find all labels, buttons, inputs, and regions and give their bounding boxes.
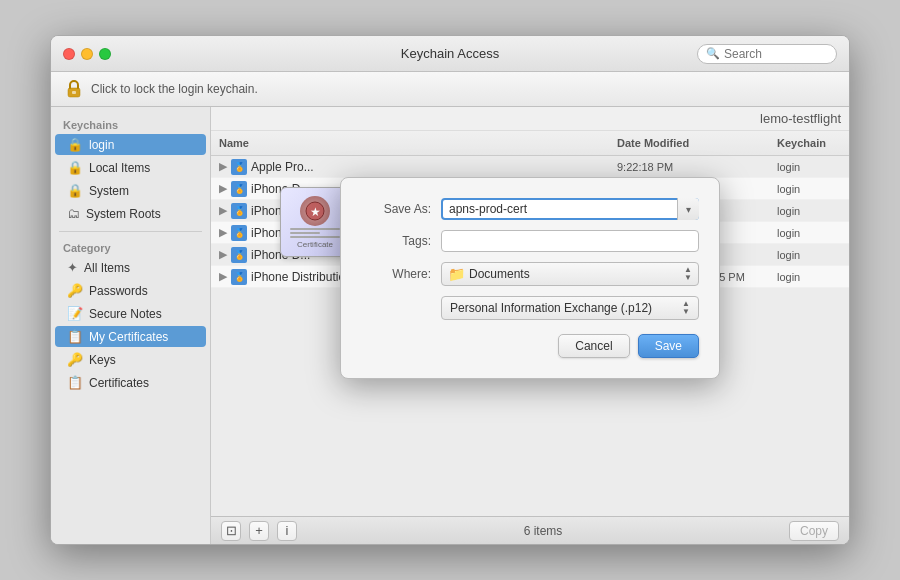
- sidebar-item-passwords[interactable]: 🔑 Passwords: [55, 280, 206, 301]
- format-down-arrow: ▼: [682, 308, 690, 316]
- window-title: Keychain Access: [401, 46, 499, 61]
- secure-notes-icon: 📝: [67, 306, 83, 321]
- cert-seal: ★: [300, 196, 330, 226]
- sidebar-system-roots-label: System Roots: [86, 207, 161, 221]
- where-row: Where: 📁 Documents ▲ ▼: [361, 262, 699, 286]
- save-as-dropdown-arrow[interactable]: ▾: [677, 198, 699, 220]
- file-format-stepper[interactable]: ▲ ▼: [682, 300, 690, 316]
- category-section-label: Category: [51, 238, 210, 256]
- sidebar-item-system[interactable]: 🔒 System: [55, 180, 206, 201]
- sidebar-keys-label: Keys: [89, 353, 116, 367]
- sidebar-item-certificates[interactable]: 📋 Certificates: [55, 372, 206, 393]
- close-button[interactable]: [63, 48, 75, 60]
- save-as-input[interactable]: [441, 198, 699, 220]
- tags-row: Tags:: [361, 230, 699, 252]
- sidebar-item-secure-notes[interactable]: 📝 Secure Notes: [55, 303, 206, 324]
- file-format-label: Personal Information Exchange (.p12): [450, 301, 682, 315]
- titlebar: Keychain Access 🔍: [51, 36, 849, 72]
- sidebar-system-label: System: [89, 184, 129, 198]
- system-roots-icon: 🗂: [67, 206, 80, 221]
- system-icon: 🔒: [67, 183, 83, 198]
- login-icon: 🔒: [67, 137, 83, 152]
- where-value: Documents: [469, 267, 684, 281]
- certificates-icon: 📋: [67, 375, 83, 390]
- dialog-buttons: Cancel Save: [361, 334, 699, 358]
- minimize-button[interactable]: [81, 48, 93, 60]
- cert-label: Certificate: [297, 240, 333, 249]
- sidebar-item-my-certificates[interactable]: 📋 My Certificates: [55, 326, 206, 347]
- sidebar-passwords-label: Passwords: [89, 284, 148, 298]
- search-input[interactable]: [724, 47, 828, 61]
- svg-text:★: ★: [310, 205, 321, 219]
- sidebar-item-login[interactable]: 🔒 login: [55, 134, 206, 155]
- save-as-row: Save As: ▾: [361, 198, 699, 220]
- sidebar-certificates-label: Certificates: [89, 376, 149, 390]
- lock-icon: [63, 78, 85, 100]
- sidebar-item-keys[interactable]: 🔑 Keys: [55, 349, 206, 370]
- my-certificates-icon: 📋: [67, 329, 83, 344]
- keychains-section-label: Keychains: [51, 115, 210, 133]
- local-items-icon: 🔒: [67, 160, 83, 175]
- sidebar-divider: [59, 231, 202, 232]
- sidebar-login-label: login: [89, 138, 114, 152]
- passwords-icon: 🔑: [67, 283, 83, 298]
- cert-lines: [290, 228, 340, 238]
- where-label: Where:: [361, 267, 441, 281]
- cert-line: [290, 232, 320, 234]
- file-format-select[interactable]: Personal Information Exchange (.p12) ▲ ▼: [441, 296, 699, 320]
- sidebar-local-items-label: Local Items: [89, 161, 150, 175]
- all-items-icon: ✦: [67, 260, 78, 275]
- where-down-arrow: ▼: [684, 274, 692, 282]
- search-icon: 🔍: [706, 47, 720, 60]
- dialog-overlay: ★ Certificate Save As:: [211, 107, 849, 544]
- tags-label: Tags:: [361, 234, 441, 248]
- where-select[interactable]: 📁 Documents ▲ ▼: [441, 262, 699, 286]
- search-box[interactable]: 🔍: [697, 44, 837, 64]
- lock-label: Click to lock the login keychain.: [91, 82, 258, 96]
- keys-icon: 🔑: [67, 352, 83, 367]
- main-area: lemo-testflight Name Date Modified Keych…: [211, 107, 849, 544]
- cert-line: [290, 236, 340, 238]
- toolbar: Click to lock the login keychain.: [51, 72, 849, 107]
- save-dialog: Save As: ▾ Tags:: [340, 177, 720, 379]
- sidebar-item-system-roots[interactable]: 🗂 System Roots: [55, 203, 206, 224]
- sidebar-secure-notes-label: Secure Notes: [89, 307, 162, 321]
- sidebar: Keychains 🔒 login 🔒 Local Items 🔒 System…: [51, 107, 211, 544]
- sidebar-item-local-items[interactable]: 🔒 Local Items: [55, 157, 206, 178]
- save-button[interactable]: Save: [638, 334, 699, 358]
- sidebar-my-certificates-label: My Certificates: [89, 330, 168, 344]
- file-format-row: Personal Information Exchange (.p12) ▲ ▼: [361, 296, 699, 320]
- maximize-button[interactable]: [99, 48, 111, 60]
- cert-line: [290, 228, 340, 230]
- sidebar-item-all-items[interactable]: ✦ All Items: [55, 257, 206, 278]
- traffic-lights: [63, 48, 111, 60]
- tags-input[interactable]: [441, 230, 699, 252]
- body: Keychains 🔒 login 🔒 Local Items 🔒 System…: [51, 107, 849, 544]
- cancel-button[interactable]: Cancel: [558, 334, 629, 358]
- lock-toolbar-item[interactable]: Click to lock the login keychain.: [63, 78, 258, 100]
- folder-icon: 📁: [448, 266, 465, 282]
- where-stepper[interactable]: ▲ ▼: [684, 266, 692, 282]
- svg-rect-1: [72, 91, 76, 94]
- sidebar-all-items-label: All Items: [84, 261, 130, 275]
- save-as-input-container: ▾: [441, 198, 699, 220]
- save-as-label: Save As:: [361, 202, 441, 216]
